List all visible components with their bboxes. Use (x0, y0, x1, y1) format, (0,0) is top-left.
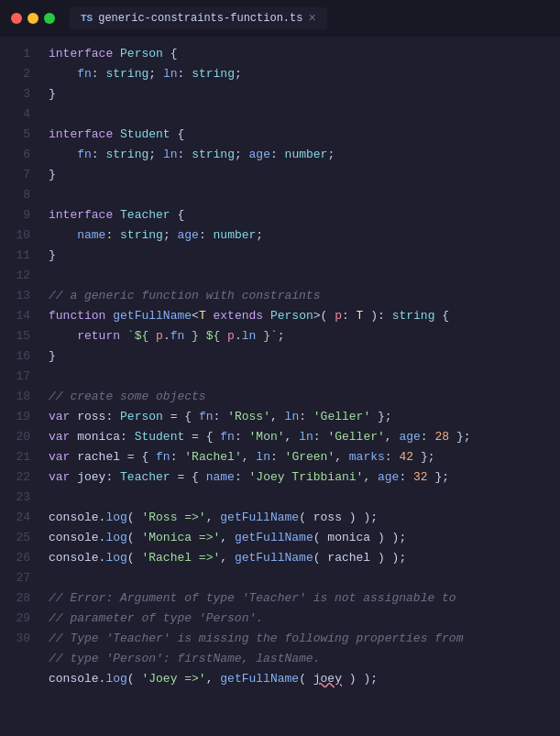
code-area: interface Person { fn: string; ln: strin… (41, 37, 560, 736)
line-num: 29 (0, 609, 30, 629)
titlebar: TS generic-constraints-function.ts × (0, 0, 560, 37)
tab-filename: generic-constraints-function.ts (98, 12, 302, 25)
code-line-9: interface Teacher { (49, 205, 560, 225)
code-line-13: // a generic function with constraints (49, 286, 560, 306)
line-num: 7 (0, 165, 30, 185)
code-line-3: } (49, 84, 560, 104)
tab[interactable]: TS generic-constraints-function.ts × (70, 7, 327, 29)
tab-close-icon[interactable]: × (308, 11, 315, 26)
maximize-button[interactable] (44, 13, 55, 24)
code-line-14: function getFullName<T extends Person>( … (49, 306, 560, 326)
code-line-30: console.log( 'Joey =>', getFullName( joe… (49, 669, 560, 689)
line-num: 11 (0, 246, 30, 266)
code-line-22: var joey: Teacher = { name: 'Joey Tribbi… (49, 467, 560, 488)
line-num: 10 (0, 225, 30, 246)
line-num: 18 (0, 387, 30, 407)
close-button[interactable] (11, 13, 22, 24)
code-line-4 (49, 104, 560, 125)
line-num: 8 (0, 185, 30, 205)
line-num: 9 (0, 205, 30, 225)
code-line-1: interface Person { (49, 44, 560, 64)
line-num: 30 (0, 629, 30, 649)
line-num: 24 (0, 508, 30, 528)
line-num: 4 (0, 104, 30, 125)
line-num: 23 (0, 488, 30, 508)
tab-language: TS (81, 13, 93, 24)
code-line-21: var rachel = { fn: 'Rachel', ln: 'Green'… (49, 447, 560, 467)
line-num: 27 (0, 568, 30, 588)
code-line-23 (49, 488, 560, 508)
line-num: 14 (0, 306, 30, 326)
editor: 1 2 3 4 5 6 7 8 9 10 11 12 13 14 15 16 1… (0, 37, 560, 736)
line-num: 20 (0, 427, 30, 447)
code-line-8 (49, 185, 560, 205)
code-line-10: name: string; age: number; (49, 225, 560, 246)
code-line-20: var monica: Student = { fn: 'Mon', ln: '… (49, 427, 560, 447)
code-line-11: } (49, 246, 560, 266)
code-line-27 (49, 568, 560, 588)
line-num: 16 (0, 346, 30, 367)
line-num: 12 (0, 266, 30, 286)
code-line-2: fn: string; ln: string; (49, 64, 560, 84)
code-line-26: console.log( 'Rachel =>', getFullName( r… (49, 548, 560, 568)
line-num: 19 (0, 407, 30, 427)
line-num: 17 (0, 367, 30, 387)
line-num: 28 (0, 588, 30, 609)
line-num: 3 (0, 84, 30, 104)
code-line-18: // create some objects (49, 387, 560, 407)
line-num: 6 (0, 145, 30, 165)
code-line-16: } (49, 346, 560, 367)
code-line-29: // Type 'Teacher' is missing the followi… (49, 629, 560, 649)
code-line-29b: // type 'Person': firstName, lastName. (49, 649, 560, 669)
line-num: 13 (0, 286, 30, 306)
code-line-15: return `${ p.fn } ${ p.ln }`; (49, 326, 560, 346)
code-line-17 (49, 367, 560, 387)
code-line-6: fn: string; ln: string; age: number; (49, 145, 560, 165)
line-numbers: 1 2 3 4 5 6 7 8 9 10 11 12 13 14 15 16 1… (0, 37, 41, 736)
line-num: 25 (0, 528, 30, 548)
code-line-28: // Error: Argument of type 'Teacher' is … (49, 588, 560, 609)
line-num: 2 (0, 64, 30, 84)
line-num: 22 (0, 467, 30, 488)
code-line-5: interface Student { (49, 125, 560, 145)
code-line-28b: // parameter of type 'Person'. (49, 609, 560, 629)
code-line-25: console.log( 'Monica =>', getFullName( m… (49, 528, 560, 548)
code-line-12 (49, 266, 560, 286)
code-line-19: var ross: Person = { fn: 'Ross', ln: 'Ge… (49, 407, 560, 427)
line-num: 1 (0, 44, 30, 64)
traffic-lights (11, 13, 55, 24)
code-line-7: } (49, 165, 560, 185)
line-num: 5 (0, 125, 30, 145)
line-num: 26 (0, 548, 30, 568)
line-num: 21 (0, 447, 30, 467)
minimize-button[interactable] (27, 13, 38, 24)
code-line-24: console.log( 'Ross =>', getFullName( ros… (49, 508, 560, 528)
line-num: 15 (0, 326, 30, 346)
